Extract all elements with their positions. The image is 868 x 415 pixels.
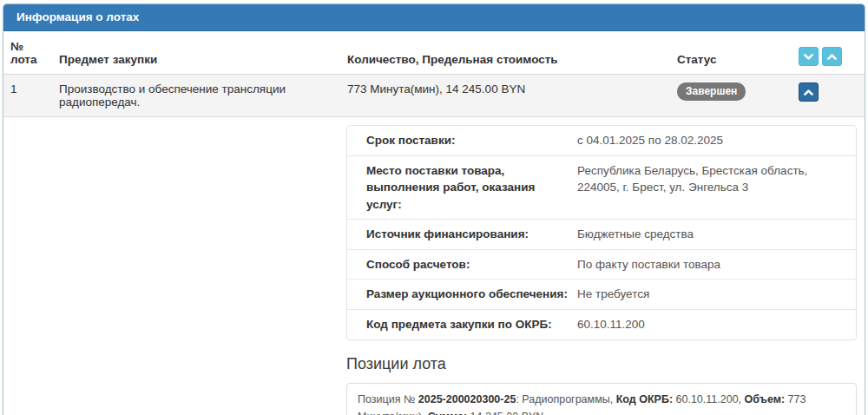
lots-table: № лота Предмет закупки Количество, Преде… (3, 31, 865, 415)
position-sum-label: Сумма: (428, 411, 467, 415)
detail-row-auction-security: Размер аукционного обеспечения: Не требу… (347, 279, 856, 309)
detail-row-funding-source: Источник финансирования: Бюджетные средс… (347, 219, 856, 249)
detail-row-payment-method: Способ расчетов: По факту поставки товар… (347, 249, 856, 280)
detail-value: с 04.01.2025 по 28.02.2025 (577, 126, 856, 155)
position-volume-label: Объем: (745, 393, 786, 405)
position-name: : Радиопрограммы, (516, 393, 615, 405)
detail-row-delivery-place: Место поставки товара, выполнения работ,… (347, 155, 856, 220)
panel-title: Информация о лотах (3, 4, 865, 31)
detail-label: Срок поставки: (347, 126, 577, 155)
detail-value: 60.10.11.200 (577, 310, 856, 339)
chevron-up-icon (803, 87, 814, 98)
detail-label: Источник финансирования: (347, 220, 577, 249)
position-sum-value: 14 245.00 BYN (467, 411, 543, 415)
collapse-all-lots-button[interactable] (822, 47, 842, 66)
header-actions-cell (792, 31, 865, 75)
lot-number: 1 (3, 75, 52, 117)
lot-table-row: 1 Производство и обеспечение трансляции … (3, 75, 865, 117)
chevron-up-icon (826, 51, 838, 63)
position-number: 2025-200020300-25 (418, 393, 516, 405)
lot-details-row: Срок поставки: с 04.01.2025 по 28.02.202… (3, 117, 865, 415)
detail-value: Бюджетные средства (577, 220, 856, 249)
position-okrb-value: 60.10.11.200, (673, 393, 744, 405)
detail-label: Место поставки товара, выполнения работ,… (347, 156, 577, 220)
detail-label: Способ расчетов: (347, 250, 577, 280)
detail-label: Размер аукционного обеспечения: (347, 280, 577, 309)
lot-details-table: Срок поставки: с 04.01.2025 по 28.02.202… (346, 125, 857, 340)
lots-table-header-row: № лота Предмет закупки Количество, Преде… (3, 31, 865, 75)
column-header-lot-number: № лота (3, 31, 52, 75)
lot-position-item: Позиция № 2025-200020300-25: Радиопрогра… (346, 383, 857, 415)
column-header-subject: Предмет закупки (52, 31, 340, 75)
lot-positions-heading: Позиции лота (346, 355, 857, 373)
detail-value: Не требуется (577, 280, 856, 309)
position-okrb-label: Код ОКРБ: (616, 393, 673, 405)
column-header-status: Статус (670, 31, 792, 75)
column-header-quantity: Количество, Предельная стоимость (340, 31, 670, 75)
lots-info-panel: Информация о лотах № лота Предмет закупк… (3, 3, 865, 415)
status-badge: Завершен (677, 82, 746, 101)
detail-value: По факту поставки товара (577, 250, 856, 280)
expand-all-lots-button[interactable] (799, 47, 819, 66)
position-prefix: Позиция № (358, 393, 418, 405)
detail-value: Республика Беларусь, Брестская область, … (577, 156, 856, 220)
lot-status-cell: Завершен (670, 75, 792, 117)
detail-label: Код предмета закупки по ОКРБ: (347, 310, 577, 339)
detail-row-delivery-term: Срок поставки: с 04.01.2025 по 28.02.202… (347, 126, 856, 155)
chevron-down-icon (803, 51, 814, 63)
collapse-lot-details-button[interactable] (799, 82, 819, 102)
lot-quantity: 773 Минута(мин), 14 245.00 BYN (340, 75, 670, 117)
lot-actions-cell (792, 75, 865, 117)
detail-row-okrb-code: Код предмета закупки по ОКРБ: 60.10.11.2… (347, 309, 856, 339)
lot-subject: Производство и обеспечение трансляции ра… (52, 75, 340, 117)
